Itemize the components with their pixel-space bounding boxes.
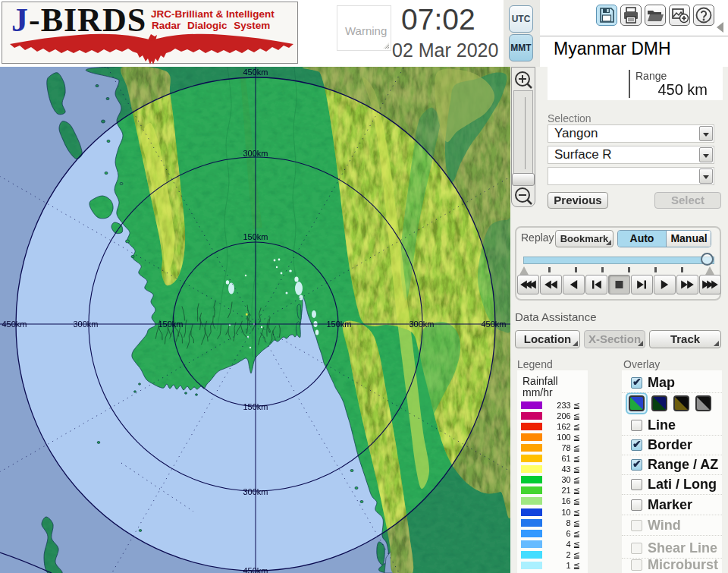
svg-text:300km: 300km xyxy=(73,320,98,329)
svg-text:300km: 300km xyxy=(243,487,268,496)
svg-text:150km: 150km xyxy=(243,402,268,411)
svg-text:150km: 150km xyxy=(158,320,183,329)
svg-text:450km: 450km xyxy=(243,68,268,77)
svg-text:300km: 300km xyxy=(409,320,434,329)
svg-text:300km: 300km xyxy=(243,149,268,158)
svg-text:150km: 150km xyxy=(326,320,351,329)
svg-text:450km: 450km xyxy=(481,320,506,329)
svg-text:450km: 450km xyxy=(2,320,27,329)
svg-text:450km: 450km xyxy=(243,566,268,573)
svg-text:150km: 150km xyxy=(243,232,268,241)
